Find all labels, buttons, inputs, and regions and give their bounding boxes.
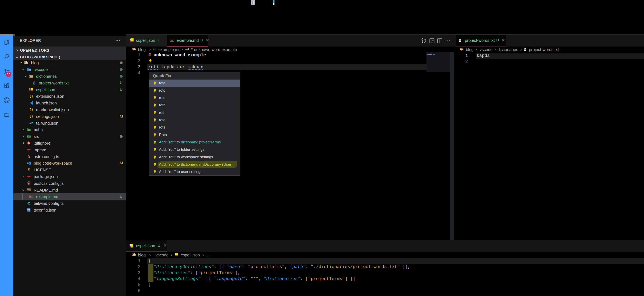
svg-text:abc: abc — [186, 48, 188, 50]
svg-text:npm: npm — [28, 176, 30, 177]
svg-text:{: { — [30, 94, 31, 98]
svg-text:{: { — [30, 114, 31, 118]
svg-text:}: } — [32, 114, 33, 118]
svg-text:}: } — [32, 94, 33, 98]
svg-text:npm: npm — [28, 149, 30, 150]
svg-text:</>: </> — [27, 136, 30, 138]
svg-text:{: { — [30, 108, 31, 111]
svg-text:}: } — [32, 108, 33, 111]
